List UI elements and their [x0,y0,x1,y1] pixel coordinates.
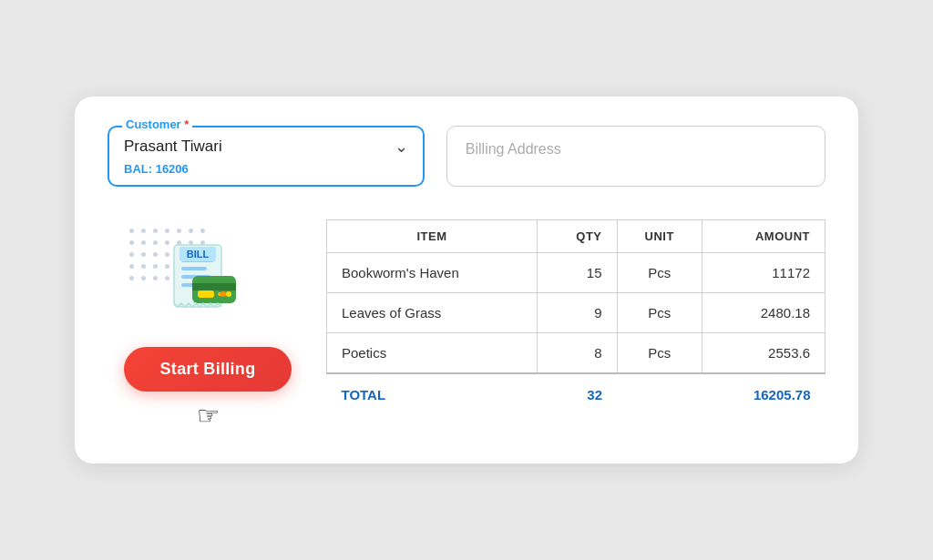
svg-text:BILL: BILL [187,249,210,260]
table-row: Bookworm's Haven 15 Pcs 11172 [327,253,825,293]
cell-qty: 15 [538,253,617,293]
customer-value: Prasant Tiwari [124,137,222,156]
left-panel-inner: BILL Start Billing ☞ [124,229,292,431]
col-header-qty: QTY [538,220,617,253]
billing-address-field[interactable]: Billing Address [446,126,825,187]
cell-amount: 11172 [702,253,825,293]
cell-qty: 8 [538,333,617,374]
svg-point-11 [220,291,226,297]
cell-unit: Pcs [617,253,702,293]
svg-rect-8 [192,283,236,290]
cell-unit: Pcs [617,333,702,374]
svg-rect-9 [198,290,214,298]
cell-qty: 9 [538,293,617,333]
billing-address-placeholder: Billing Address [466,141,561,158]
col-header-unit: UNIT [617,220,702,253]
customer-label: Customer * [122,117,192,131]
total-row: TOTAL 32 16205.78 [327,373,825,415]
cell-amount: 2480.18 [702,293,825,333]
svg-rect-2 [181,267,207,270]
total-label: TOTAL [327,373,538,415]
cell-amount: 2553.6 [702,333,825,374]
cell-item: Bookworm's Haven [327,253,538,293]
start-billing-button[interactable]: Start Billing [124,347,292,392]
cell-unit: Pcs [617,293,702,333]
cell-item: Poetics [327,333,538,374]
table-row: Leaves of Grass 9 Pcs 2480.18 [327,293,825,333]
table-row: Poetics 8 Pcs 2553.6 [327,333,825,374]
hand-cursor-icon: ☞ [197,401,220,431]
chevron-down-icon: ⌄ [395,137,408,157]
customer-field-wrap: Customer * Prasant Tiwari ⌄ BAL: 16206 [108,126,425,187]
left-panel: BILL Start Billing ☞ [108,219,308,431]
col-header-item: ITEM [327,220,538,253]
bottom-section: BILL Start Billing ☞ [108,219,825,431]
top-section: Customer * Prasant Tiwari ⌄ BAL: 16206 B… [108,126,825,187]
svg-point-12 [226,291,231,297]
total-amount: 16205.78 [702,373,825,415]
billing-table: ITEM QTY UNIT AMOUNT Bookworm's Haven 15… [326,219,825,415]
bill-illustration: BILL [158,229,258,332]
main-card: Customer * Prasant Tiwari ⌄ BAL: 16206 B… [75,97,858,463]
customer-select-row[interactable]: Prasant Tiwari ⌄ [124,137,408,157]
required-marker: * [184,117,189,131]
customer-balance: BAL: 16206 [124,162,408,176]
col-header-amount: AMOUNT [702,220,825,253]
total-qty: 32 [538,373,617,415]
cell-item: Leaves of Grass [327,293,538,333]
